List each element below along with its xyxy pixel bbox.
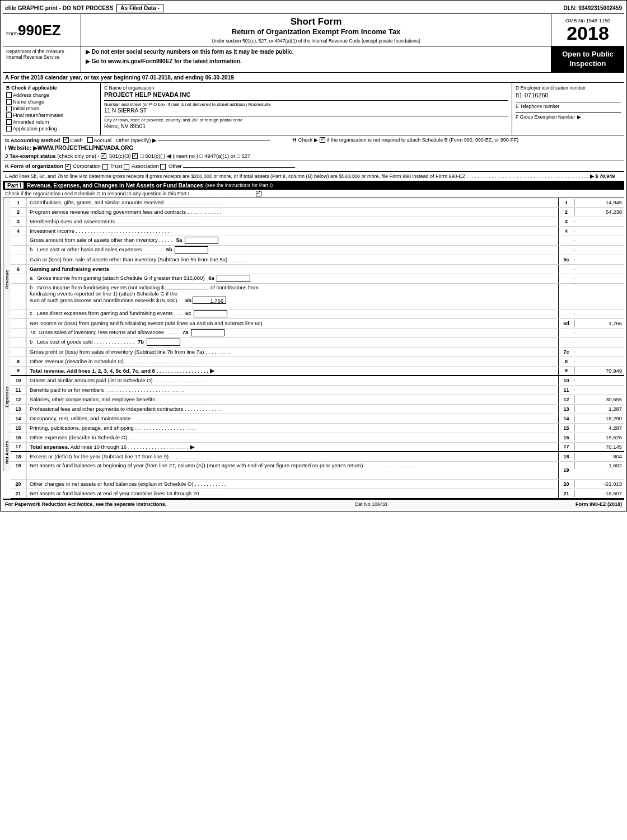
row1-desc: Contributions, gifts, grants, and simila… [26,199,558,206]
part1-label: Part I [5,182,24,189]
row2-num: 2 [11,208,26,217]
checkbox-name-change: Name change [6,99,97,105]
row3-desc: Membership dues and assessments . . . . … [26,218,558,225]
expenses-side-label: Expenses [3,360,11,433]
row8-desc: Other revenue (describe in Schedule O) .… [26,358,558,365]
row21-num: 21 [11,489,26,498]
checkbox-final-return: Final return/terminated [6,112,97,118]
k-corp-label: Corporation [73,163,102,169]
k-other-label: Other [169,163,183,169]
short-form-title: Short Form [83,16,549,27]
row1-num: 1 [11,198,26,207]
row15-desc: Printing, publications, postage, and shi… [26,424,558,431]
notice2: ▶ Go to www.irs.gov/Form990EZ for the la… [86,58,546,64]
row15-value: 4,287 [574,424,624,431]
section-a-text: A For the 2018 calendar year, or tax yea… [5,74,171,81]
row17-num: 17 [11,443,26,451]
section-j-label: J Tax-exempt status [5,153,57,159]
section-j-text: (check only one) - [57,153,101,159]
open-to-public: Open to Public Inspection [551,46,624,72]
row13-num-col: 13 [558,405,574,414]
row20-num-col: 20 [558,480,574,489]
row1-value: 14,945 [574,199,624,206]
street-address: 11 N SIERRA ST [104,107,508,114]
row9-desc: Total revenue. Add lines 1, 2, 3, 4, 5c … [26,367,558,374]
dept-treasury: Department of the Treasury [6,49,77,54]
row20-num: 20 [11,480,26,489]
row19-value: 1,602 [574,462,624,469]
section-h-container: H Check ▶ if the organization is not req… [292,137,518,143]
row5c-value [574,259,624,260]
accrual-label: Accrual [94,137,112,143]
row6d-desc: Net income or (loss) from gaming and fun… [26,320,558,327]
row7c-desc: Gross profit or (loss) from sales of inv… [26,348,558,355]
j-501c3-check2 [132,153,138,159]
row7c-num [11,348,26,356]
row6c-desc: c Less direct expenses from gaming and f… [26,309,558,318]
schedule-o-check-text: Check if the organization used Schedule … [5,191,254,196]
k-trust-label: Trust [110,163,124,169]
dln-label: DLN: 93492315002459 [563,5,622,11]
section-l-dots: . . . . . . . . . . . . . . . . . . . . … [467,173,589,179]
row6a-num-col [558,274,574,283]
row7b-num [11,338,26,347]
part1-title: Revenue, Expenses, and Changes in Net As… [27,182,203,189]
row18-desc: Excess or (deficit) for the year (Subtra… [26,453,558,460]
row6b-num [11,284,26,309]
row6-value [574,269,624,270]
row15-num-col: 15 [558,424,574,433]
row6-num: 6 [11,265,26,274]
group-exempt-arrow: ▶ [577,114,581,120]
row7a-value [574,332,624,334]
tax-year: 2018 [567,24,609,43]
return-title: Return of Organization Exempt From Incom… [83,27,549,36]
row10-num-col: 10 [558,376,574,385]
org-name: PROJECT HELP NEVADA INC [104,91,508,98]
under-section: Under section 501(c), 527, or 4947(a)(1)… [83,38,549,44]
notice1: ▶ Do not enter social security numbers o… [86,49,546,55]
row6b-desc: b Gross income from fundraising events (… [26,284,558,304]
section-b-label: B Check if applicable [6,85,97,91]
row11-num-col: 11 [558,386,574,395]
row17-value: 70,145 [574,443,624,450]
row8-num-col: 8 [558,357,574,366]
row8-num: 8 [11,357,26,366]
row5a-num-col [558,236,574,245]
section-l-arrow: ▶ [590,173,596,179]
row12-value: 30,655 [574,396,624,403]
footer-paperwork: For Paperwork Reduction Act Notice, see … [5,501,166,507]
form-number: 990EZ [18,23,61,37]
row5c-num-col: 5c [558,255,574,264]
schedule-o-checkbox [256,191,261,196]
row5b-desc: b Less cost or other basis and sales exp… [26,246,558,254]
row14-num: 14 [11,414,26,423]
row21-num-col: 21 [558,489,574,498]
row9-num: 9 [11,367,26,375]
row5a-value [574,240,624,241]
row5c-desc: Gain or (loss) from sale of assets other… [26,256,558,263]
checkbox-initial-return: Initial return [6,106,97,111]
row10-desc: Grants and similar amounts paid (list in… [26,377,558,384]
j-501c3-label: 501(c)(3) [109,153,131,159]
section-i-label: I Website: [5,145,33,151]
row21-value: -18,607 [574,490,624,497]
footer-cat-no: Cat No 10642I [355,501,387,507]
row5a-desc: Gross amount from sale of assets other t… [26,236,558,245]
row12-num: 12 [11,395,26,404]
row16-value: 15,626 [574,434,624,441]
row14-desc: Occupancy, rent, utilities, and maintena… [26,415,558,422]
row20-desc: Other changes in net assets or fund bala… [26,480,558,487]
checkbox-application-pending: Application pending [6,126,97,132]
row7b-num-col [558,338,574,347]
efile-label: efile GRAPHIC print - DO NOT PROCESS [5,5,113,11]
row5b-num [11,246,26,255]
ein-label: D Employer identification number [516,85,621,91]
row6d-num-col: 6d [558,319,574,328]
row6-desc: Gaming and fundraising events [26,265,558,273]
row6c-num-col [558,309,574,318]
row4-desc: Investment income . . . . . . . . . . . … [26,227,558,234]
row16-num-col: 16 [558,433,574,442]
row21-desc: Net assets or fund balances at end of ye… [26,490,558,497]
row7b-desc: b Less cost of goods sold . . . . . . . … [26,338,558,346]
cash-checkbox [63,137,69,143]
